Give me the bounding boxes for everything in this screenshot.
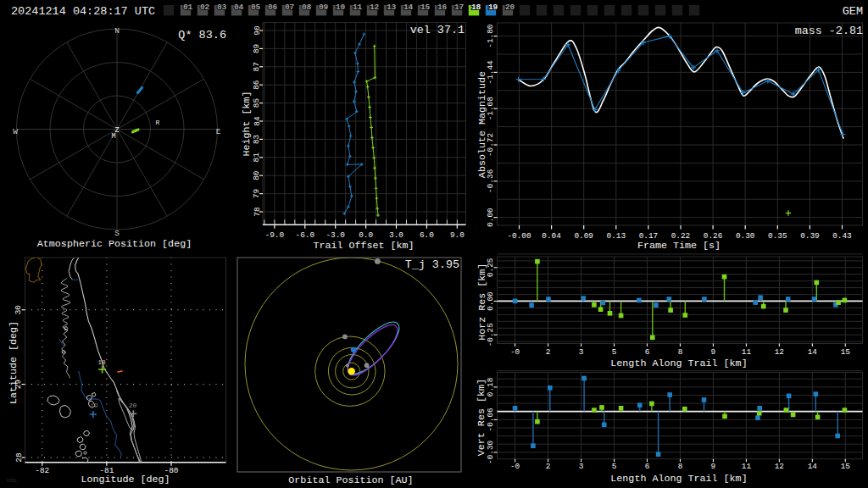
svg-text:-0.00: -0.00	[507, 231, 531, 241]
svg-text:3: 3	[579, 347, 584, 357]
svg-text:Orbital Position [AU]: Orbital Position [AU]	[288, 474, 413, 486]
svg-text:89: 89	[253, 44, 262, 53]
svg-text:14: 14	[808, 347, 818, 357]
svg-text:20: 20	[129, 402, 137, 409]
svg-text:15: 15	[841, 347, 851, 357]
svg-text:03: 03	[217, 3, 227, 12]
svg-text:18: 18	[97, 358, 106, 366]
svg-text:19: 19	[90, 402, 98, 409]
svg-text:01: 01	[183, 3, 193, 12]
svg-text:Trail Offset [km]: Trail Offset [km]	[313, 240, 414, 252]
svg-text:vel 37.1: vel 37.1	[410, 24, 465, 36]
svg-text:8: 8	[678, 347, 683, 357]
svg-text:15: 15	[841, 462, 851, 471]
svg-text:90: 90	[253, 25, 262, 36]
svg-text:5: 5	[612, 462, 617, 471]
svg-text:0.39: 0.39	[800, 231, 820, 241]
svg-text:79: 79	[253, 189, 262, 198]
svg-text:-82: -82	[35, 466, 49, 475]
svg-text:78: 78	[253, 207, 262, 217]
svg-text:15: 15	[420, 3, 431, 12]
svg-text:Atmospheric Position [deg]: Atmospheric Position [deg]	[37, 238, 192, 250]
svg-text:3.0: 3.0	[389, 230, 403, 240]
svg-text:Q* 83.6: Q* 83.6	[178, 29, 226, 42]
svg-text:19: 19	[488, 3, 498, 12]
svg-text:GEM: GEM	[843, 5, 863, 18]
svg-text:11: 11	[742, 462, 752, 471]
svg-text:12: 12	[775, 347, 784, 357]
svg-text:Frame Time [s]: Frame Time [s]	[637, 240, 721, 252]
svg-text:11: 11	[353, 3, 363, 12]
svg-text:84: 84	[253, 116, 262, 126]
svg-text:E: E	[216, 127, 221, 136]
svg-text:18: 18	[471, 3, 481, 12]
svg-text:mass -2.81: mass -2.81	[795, 25, 863, 37]
svg-text:05: 05	[251, 3, 261, 12]
svg-text:3: 3	[579, 462, 584, 471]
svg-text:83: 83	[253, 134, 262, 144]
svg-text:8: 8	[678, 462, 683, 471]
svg-text:0.43: 0.43	[832, 231, 852, 241]
svg-text:M: M	[111, 132, 115, 141]
svg-text:0.0: 0.0	[359, 230, 373, 240]
svg-text:20241214 04:28:17 UTC: 20241214 04:28:17 UTC	[11, 5, 155, 18]
svg-text:Horz Res [km]: Horz Res [km]	[476, 263, 488, 341]
svg-text:14: 14	[403, 3, 414, 12]
svg-text:Length Along Trail [km]: Length Along Trail [km]	[610, 358, 747, 369]
svg-text:12: 12	[370, 3, 380, 12]
svg-text:0.13: 0.13	[607, 231, 626, 241]
svg-text:6: 6	[645, 462, 650, 471]
svg-text:04: 04	[234, 3, 244, 12]
svg-text:11: 11	[742, 347, 752, 357]
svg-text:16: 16	[437, 3, 448, 12]
svg-text:9: 9	[711, 347, 716, 357]
svg-text:6: 6	[645, 347, 650, 357]
svg-text:-0: -0	[510, 462, 520, 471]
svg-text:30: 30	[14, 305, 24, 315]
svg-text:S: S	[114, 229, 120, 238]
svg-text:81: 81	[253, 152, 262, 163]
svg-text:-6.0: -6.0	[296, 230, 315, 240]
svg-text:2: 2	[546, 462, 551, 471]
svg-text:R: R	[156, 119, 160, 126]
svg-text:Longitude [deg]: Longitude [deg]	[81, 474, 170, 485]
svg-text:Absolute Magnitude: Absolute Magnitude	[476, 71, 488, 178]
svg-text:FGDL: FGDL	[7, 479, 17, 484]
svg-text:20: 20	[505, 3, 515, 12]
svg-text:12: 12	[775, 462, 784, 471]
svg-text:-1.80: -1.80	[486, 24, 495, 48]
svg-text:85: 85	[253, 98, 262, 108]
svg-text:Height [km]: Height [km]	[241, 91, 253, 156]
svg-text:80: 80	[253, 170, 262, 180]
svg-text:13: 13	[387, 3, 397, 12]
svg-text:10: 10	[336, 3, 346, 12]
svg-text:T_j 3.95: T_j 3.95	[405, 258, 459, 271]
svg-text:87: 87	[253, 62, 262, 71]
svg-text:0.30: 0.30	[736, 231, 755, 241]
svg-text:0.09: 0.09	[574, 231, 593, 241]
svg-text:08: 08	[302, 3, 312, 12]
svg-text:Latitude [deg]: Latitude [deg]	[8, 321, 19, 404]
svg-text:28: 28	[14, 452, 24, 463]
svg-text:86: 86	[253, 80, 262, 90]
svg-text:0.04: 0.04	[542, 231, 561, 241]
svg-text:Vert Res [km]: Vert Res [km]	[476, 379, 488, 456]
svg-text:02: 02	[200, 3, 210, 12]
svg-text:-9.0: -9.0	[265, 230, 285, 240]
svg-text:06: 06	[268, 3, 278, 12]
svg-text:0.00: 0.00	[486, 208, 495, 227]
svg-text:9.0: 9.0	[450, 230, 465, 240]
svg-text:2: 2	[546, 347, 551, 357]
svg-text:6.0: 6.0	[420, 230, 434, 240]
svg-text:-0: -0	[510, 347, 520, 357]
svg-text:0.35: 0.35	[768, 231, 787, 241]
svg-text:W: W	[13, 127, 18, 136]
svg-text:Length Along Trail [km]: Length Along Trail [km]	[610, 473, 747, 485]
svg-text:07: 07	[285, 3, 295, 12]
svg-text:17: 17	[454, 3, 465, 12]
svg-text:N: N	[114, 26, 120, 36]
svg-text:-3.0: -3.0	[326, 230, 345, 240]
svg-text:09: 09	[319, 3, 329, 12]
svg-text:9: 9	[711, 462, 716, 471]
svg-text:14: 14	[808, 462, 818, 471]
